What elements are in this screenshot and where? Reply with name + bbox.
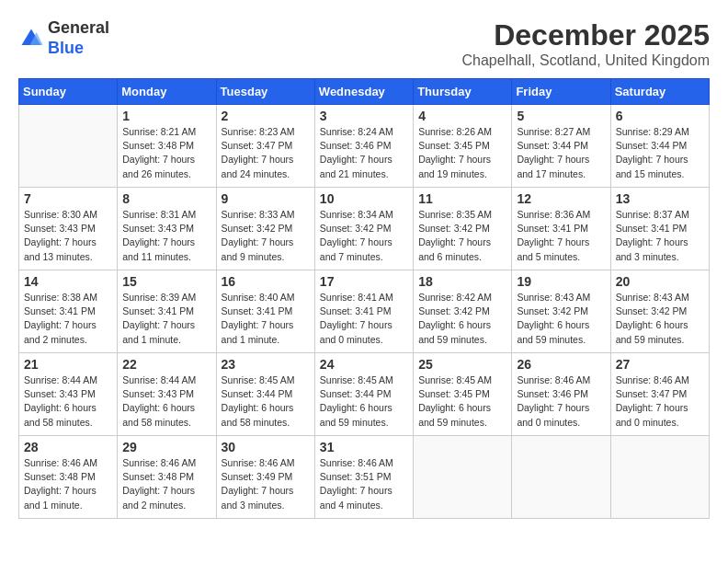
day-info: Sunrise: 8:35 AM Sunset: 3:42 PM Dayligh… <box>418 208 506 264</box>
calendar-week-3: 14Sunrise: 8:38 AM Sunset: 3:41 PM Dayli… <box>19 270 710 353</box>
header-saturday: Saturday <box>610 79 709 105</box>
logo-icon <box>18 26 44 52</box>
calendar-cell: 2Sunrise: 8:23 AM Sunset: 3:47 PM Daylig… <box>216 105 314 188</box>
day-info: Sunrise: 8:27 AM Sunset: 3:44 PM Dayligh… <box>517 125 605 181</box>
day-number: 22 <box>122 357 210 372</box>
header-thursday: Thursday <box>414 79 512 105</box>
logo-general: General <box>48 18 109 39</box>
day-info: Sunrise: 8:31 AM Sunset: 3:43 PM Dayligh… <box>122 208 210 264</box>
calendar-cell <box>414 436 512 519</box>
day-info: Sunrise: 8:30 AM Sunset: 3:43 PM Dayligh… <box>24 208 112 264</box>
location-title: Chapelhall, Scotland, United Kingdom <box>462 52 711 69</box>
title-block: December 2025 Chapelhall, Scotland, Unit… <box>462 18 711 69</box>
day-info: Sunrise: 8:40 AM Sunset: 3:41 PM Dayligh… <box>222 291 310 347</box>
header-monday: Monday <box>118 79 216 105</box>
page-header: General Blue December 2025 Chapelhall, S… <box>18 18 710 69</box>
header-sunday: Sunday <box>19 79 118 105</box>
day-info: Sunrise: 8:43 AM Sunset: 3:42 PM Dayligh… <box>616 291 704 347</box>
day-info: Sunrise: 8:36 AM Sunset: 3:41 PM Dayligh… <box>517 208 605 264</box>
calendar-cell <box>19 105 118 188</box>
header-wednesday: Wednesday <box>314 79 413 105</box>
day-number: 29 <box>122 440 210 454</box>
calendar-week-2: 7Sunrise: 8:30 AM Sunset: 3:43 PM Daylig… <box>19 188 710 270</box>
day-info: Sunrise: 8:46 AM Sunset: 3:48 PM Dayligh… <box>122 456 210 512</box>
day-number: 30 <box>222 440 310 454</box>
day-number: 31 <box>320 440 408 454</box>
day-info: Sunrise: 8:23 AM Sunset: 3:47 PM Dayligh… <box>222 125 310 181</box>
calendar-table: SundayMondayTuesdayWednesdayThursdayFrid… <box>18 78 710 519</box>
day-number: 18 <box>418 274 506 289</box>
day-info: Sunrise: 8:45 AM Sunset: 3:44 PM Dayligh… <box>222 373 310 430</box>
calendar-cell: 30Sunrise: 8:46 AM Sunset: 3:49 PM Dayli… <box>216 436 314 519</box>
calendar-cell <box>610 436 709 519</box>
calendar-cell: 16Sunrise: 8:40 AM Sunset: 3:41 PM Dayli… <box>216 270 314 353</box>
day-info: Sunrise: 8:21 AM Sunset: 3:48 PM Dayligh… <box>122 125 210 181</box>
day-number: 19 <box>517 274 605 289</box>
calendar-week-5: 28Sunrise: 8:46 AM Sunset: 3:48 PM Dayli… <box>19 436 710 519</box>
calendar-cell: 23Sunrise: 8:45 AM Sunset: 3:44 PM Dayli… <box>216 353 314 436</box>
day-info: Sunrise: 8:26 AM Sunset: 3:45 PM Dayligh… <box>418 125 506 181</box>
calendar-header-row: SundayMondayTuesdayWednesdayThursdayFrid… <box>19 79 710 105</box>
day-info: Sunrise: 8:24 AM Sunset: 3:46 PM Dayligh… <box>320 125 408 181</box>
calendar-cell: 10Sunrise: 8:34 AM Sunset: 3:42 PM Dayli… <box>314 188 413 270</box>
calendar-cell: 21Sunrise: 8:44 AM Sunset: 3:43 PM Dayli… <box>19 353 118 436</box>
calendar-cell: 25Sunrise: 8:45 AM Sunset: 3:45 PM Dayli… <box>414 353 512 436</box>
day-info: Sunrise: 8:37 AM Sunset: 3:41 PM Dayligh… <box>616 208 704 264</box>
calendar-cell: 15Sunrise: 8:39 AM Sunset: 3:41 PM Dayli… <box>118 270 216 353</box>
day-info: Sunrise: 8:46 AM Sunset: 3:49 PM Dayligh… <box>222 456 310 512</box>
day-info: Sunrise: 8:42 AM Sunset: 3:42 PM Dayligh… <box>418 291 506 347</box>
day-number: 23 <box>222 357 310 372</box>
calendar-cell: 4Sunrise: 8:26 AM Sunset: 3:45 PM Daylig… <box>414 105 512 188</box>
calendar-cell: 14Sunrise: 8:38 AM Sunset: 3:41 PM Dayli… <box>19 270 118 353</box>
day-info: Sunrise: 8:29 AM Sunset: 3:44 PM Dayligh… <box>616 125 704 181</box>
calendar-cell: 19Sunrise: 8:43 AM Sunset: 3:42 PM Dayli… <box>512 270 610 353</box>
calendar-cell: 18Sunrise: 8:42 AM Sunset: 3:42 PM Dayli… <box>414 270 512 353</box>
day-info: Sunrise: 8:38 AM Sunset: 3:41 PM Dayligh… <box>24 291 112 347</box>
day-number: 25 <box>418 357 506 372</box>
month-title: December 2025 <box>462 18 711 52</box>
day-info: Sunrise: 8:34 AM Sunset: 3:42 PM Dayligh… <box>320 208 408 264</box>
day-info: Sunrise: 8:46 AM Sunset: 3:51 PM Dayligh… <box>320 456 408 512</box>
day-number: 12 <box>517 191 605 206</box>
calendar-cell: 28Sunrise: 8:46 AM Sunset: 3:48 PM Dayli… <box>19 436 118 519</box>
calendar-cell: 11Sunrise: 8:35 AM Sunset: 3:42 PM Dayli… <box>414 188 512 270</box>
calendar-cell <box>512 436 610 519</box>
calendar-cell: 13Sunrise: 8:37 AM Sunset: 3:41 PM Dayli… <box>610 188 709 270</box>
day-number: 27 <box>616 357 704 372</box>
calendar-cell: 20Sunrise: 8:43 AM Sunset: 3:42 PM Dayli… <box>610 270 709 353</box>
day-number: 16 <box>222 274 310 289</box>
day-number: 28 <box>24 440 112 454</box>
day-info: Sunrise: 8:33 AM Sunset: 3:42 PM Dayligh… <box>222 208 310 264</box>
day-info: Sunrise: 8:44 AM Sunset: 3:43 PM Dayligh… <box>24 373 112 430</box>
calendar-body: 1Sunrise: 8:21 AM Sunset: 3:48 PM Daylig… <box>19 105 710 519</box>
day-number: 7 <box>24 191 112 206</box>
day-number: 11 <box>418 191 506 206</box>
calendar-cell: 8Sunrise: 8:31 AM Sunset: 3:43 PM Daylig… <box>118 188 216 270</box>
calendar-cell: 7Sunrise: 8:30 AM Sunset: 3:43 PM Daylig… <box>19 188 118 270</box>
calendar-cell: 12Sunrise: 8:36 AM Sunset: 3:41 PM Dayli… <box>512 188 610 270</box>
day-number: 2 <box>222 109 310 123</box>
header-friday: Friday <box>512 79 610 105</box>
day-number: 24 <box>320 357 408 372</box>
logo-blue: Blue <box>48 39 109 59</box>
day-number: 10 <box>320 191 408 206</box>
calendar-cell: 24Sunrise: 8:45 AM Sunset: 3:44 PM Dayli… <box>314 353 413 436</box>
day-info: Sunrise: 8:45 AM Sunset: 3:44 PM Dayligh… <box>320 373 408 430</box>
day-info: Sunrise: 8:45 AM Sunset: 3:45 PM Dayligh… <box>418 373 506 430</box>
calendar-cell: 1Sunrise: 8:21 AM Sunset: 3:48 PM Daylig… <box>118 105 216 188</box>
day-number: 3 <box>320 109 408 123</box>
day-info: Sunrise: 8:46 AM Sunset: 3:46 PM Dayligh… <box>517 373 605 430</box>
day-info: Sunrise: 8:43 AM Sunset: 3:42 PM Dayligh… <box>517 291 605 347</box>
day-info: Sunrise: 8:39 AM Sunset: 3:41 PM Dayligh… <box>122 291 210 347</box>
calendar-cell: 6Sunrise: 8:29 AM Sunset: 3:44 PM Daylig… <box>610 105 709 188</box>
day-number: 6 <box>616 109 704 123</box>
day-number: 1 <box>122 109 210 123</box>
day-number: 4 <box>418 109 506 123</box>
day-number: 14 <box>24 274 112 289</box>
day-number: 20 <box>616 274 704 289</box>
calendar-cell: 3Sunrise: 8:24 AM Sunset: 3:46 PM Daylig… <box>314 105 413 188</box>
day-number: 9 <box>222 191 310 206</box>
header-tuesday: Tuesday <box>216 79 314 105</box>
calendar-week-4: 21Sunrise: 8:44 AM Sunset: 3:43 PM Dayli… <box>19 353 710 436</box>
calendar-cell: 29Sunrise: 8:46 AM Sunset: 3:48 PM Dayli… <box>118 436 216 519</box>
